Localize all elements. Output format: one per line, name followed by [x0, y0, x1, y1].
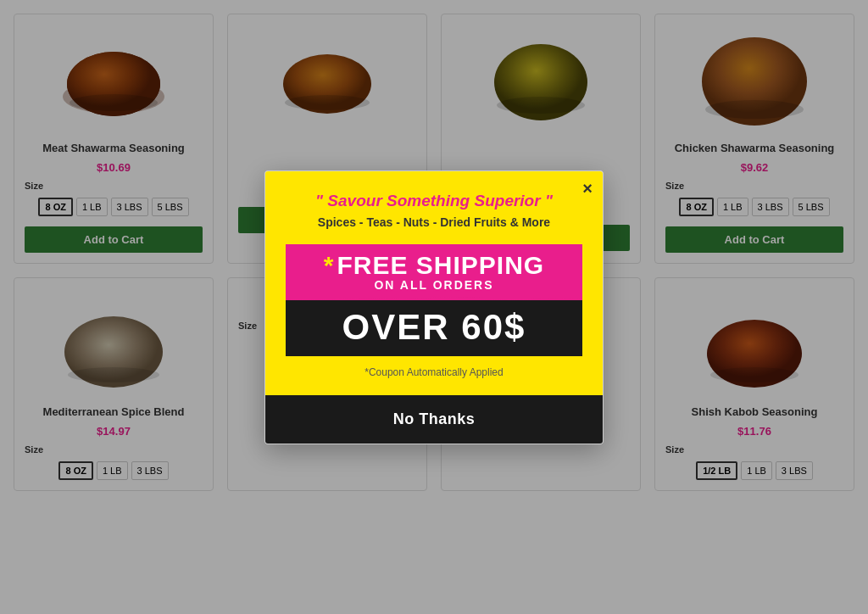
modal-yellow-section: " Savour Something Superior " Spices - T…: [265, 171, 603, 395]
free-shipping-text: FREE SHIPPING: [337, 253, 544, 278]
asterisk-star: *: [324, 253, 334, 278]
modal-close-button[interactable]: ×: [582, 180, 593, 197]
promo-wrapper: * FREE SHIPPING ON ALL ORDERS OVER 60$: [286, 244, 582, 356]
coupon-note: *Coupon Automatically Applied: [286, 366, 582, 378]
on-all-orders-text: ON ALL ORDERS: [286, 278, 582, 295]
modal-tagline: " Savour Something Superior ": [286, 192, 582, 210]
page-wrapper: Meat Shawarma Seasoning $10.69 Size 8 OZ…: [0, 0, 868, 614]
over-60-text: OVER 60$: [342, 307, 526, 347]
free-shipping-band: * FREE SHIPPING ON ALL ORDERS: [286, 244, 582, 300]
over-60-band: OVER 60$: [286, 300, 582, 356]
free-shipping-line: * FREE SHIPPING: [286, 253, 582, 278]
no-thanks-button[interactable]: No Thanks: [265, 395, 603, 444]
modal-overlay[interactable]: × " Savour Something Superior " Spices -…: [0, 0, 868, 614]
promo-modal: × " Savour Something Superior " Spices -…: [264, 170, 604, 444]
modal-subtitle: Spices - Teas - Nuts - Dried Fruits & Mo…: [286, 215, 582, 229]
